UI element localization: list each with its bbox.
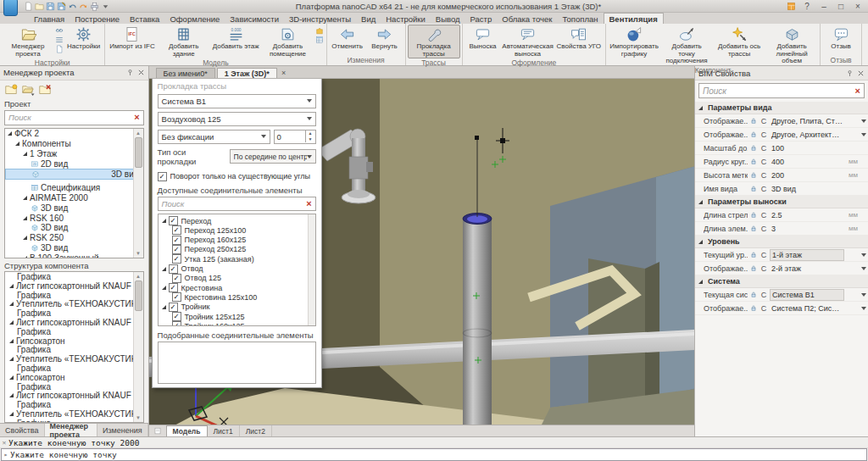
checkbox-checked-icon[interactable]: ✓ [172,225,181,235]
tree-item[interactable]: AIRMATE 2000 [5,193,143,203]
connector-item[interactable]: ✓Утка 125 (заказная) [160,254,315,264]
bim-property-value[interactable]: 200 [770,170,844,181]
bim-property-row[interactable]: Отображае...СДругое, Плита, Стена [695,114,868,128]
bim-property-row[interactable]: Радиус круг...С400мм [695,155,868,169]
bim-c-button[interactable]: С [760,211,768,219]
expander-icon[interactable] [698,240,703,244]
save-as-icon[interactable] [57,2,66,11]
document-tab-2[interactable]: 1 Этаж (3D)* [217,68,277,78]
connector-item[interactable]: ✓Тройник 160x125 [160,321,315,326]
expander-icon[interactable] [15,142,19,146]
tree-item[interactable]: Спецификация [5,183,143,193]
scroll-up-icon[interactable]: ▲ [136,129,141,137]
connector-item[interactable]: ✓Тройник 125x125 [160,312,315,321]
fixation-value-stepper[interactable]: 0 ▲▼ [274,130,316,144]
checkbox-checked-icon[interactable]: ✓ [172,312,181,321]
bim-property-value[interactable]: 1-й этаж [770,249,844,261]
viewport-3d[interactable]: Прокладка трассы Система В1 Воздуховод 1… [149,79,694,425]
connector-item[interactable]: ✓Отвод [160,264,315,273]
spinner-arrows-icon[interactable]: ▲▼ [305,131,315,142]
bim-property-value[interactable]: Другое, Плита, Стена [770,116,844,126]
auto-callout-button[interactable]: Автоматическая выноска [502,25,554,58]
bim-property-row[interactable]: Имя видаС3D вид [695,182,868,196]
bim-property-row[interactable]: Текущая сис...ССистема В1 [695,288,868,302]
structure-item[interactable]: Графика [5,327,143,336]
bim-section-header[interactable]: Параметры вида [695,102,868,114]
menu-tab-3[interactable]: Вставка [125,14,164,24]
system-select[interactable]: Система В1 [158,94,316,108]
expander-icon[interactable] [162,286,166,290]
structure-item[interactable]: Утеплитель «ТЕХНОАКУСТИК» [5,409,143,419]
connector-item[interactable]: ✓Тройник [160,303,315,312]
close-button[interactable]: × [852,2,864,11]
menu-tab-5[interactable]: Зависимости [225,14,284,24]
save-icon[interactable] [46,2,55,11]
connector-item[interactable]: ✓Переход 250x125 [160,245,315,254]
scroll-down-icon[interactable]: ▼ [136,249,141,258]
add-room-button[interactable]: Добавить помещение [262,25,314,58]
undo-button[interactable]: Отменить [329,25,366,52]
clear-search-icon[interactable]: × [855,86,860,96]
bim-c-button[interactable]: С [760,225,768,233]
tree-item[interactable]: 2D2D вид [5,158,143,169]
link-icon[interactable] [55,26,64,35]
scrollbar[interactable]: ▲▼ [133,129,143,258]
dialog-search-input[interactable]: Поиск × [158,197,316,211]
expander-icon[interactable] [23,236,27,240]
expander-icon[interactable] [23,196,27,200]
duct-select[interactable]: Воздуховод 125 [158,112,316,126]
structure-item[interactable]: Графика [5,364,143,373]
menu-tab-12[interactable]: Топоплан [558,14,604,24]
undo-small-icon[interactable] [68,2,77,11]
bim-c-button[interactable]: С [760,185,768,193]
qat-menu-icon[interactable] [101,2,110,11]
checkbox-checked-icon[interactable]: ✓ [172,274,181,283]
bim-property-value[interactable]: Система П2; Система В1; Система П1 [770,303,844,314]
bim-c-button[interactable]: С [760,304,768,313]
bim-property-row[interactable]: Длина стрел...С2.5мм [695,208,868,222]
expander-icon[interactable] [23,152,27,156]
bim-c-button[interactable]: С [760,264,768,273]
ugo-properties-button[interactable]: Свойства УГО [554,25,604,52]
tree-item[interactable]: ФСК 2 [5,129,143,139]
structure-item[interactable]: Гипсокартон [5,336,143,346]
bim-property-row[interactable]: Отображае...ССистема П2; Система В1; Сис… [695,302,868,315]
axis-type-select[interactable]: По середине по центру [230,149,316,164]
expander-icon[interactable] [9,339,14,343]
add-route-axis-button[interactable]: Добавить ось трассы [713,25,765,58]
expander-icon[interactable] [23,216,27,220]
bim-c-button[interactable]: С [760,171,768,180]
add-floor-button[interactable]: 0.000Добавить этаж [210,25,262,52]
pin-icon[interactable] [846,69,854,77]
import-graphics-button[interactable]: Импортировать графику [608,25,660,58]
expander-icon[interactable] [9,284,14,288]
close-icon[interactable] [137,69,145,76]
checkbox-checked-icon[interactable]: ✓ [169,264,178,274]
add-linear-volume-button[interactable]: Добавить линейный объем [765,25,818,66]
structure-item[interactable]: Лист гипсокартонный KNAUF [5,318,143,327]
callout-button[interactable]: Выноска [465,25,502,52]
bim-c-button[interactable]: С [760,251,768,259]
expander-icon[interactable] [9,302,14,306]
menu-tab-1[interactable]: Главная [29,14,70,24]
structure-item[interactable]: Лист гипсокартонный KNAUF [5,281,143,291]
minimize-button[interactable]: – [818,2,830,11]
clear-search-icon[interactable]: × [306,199,311,208]
bim-property-row[interactable]: Отображае...СДругое, Архитектурный [695,128,868,142]
bim-property-value[interactable]: 2.5 [770,210,844,220]
structure-item[interactable]: Гипсокартон [5,373,143,382]
settings-button[interactable]: Настройки [64,25,103,52]
tree-item[interactable]: 1 Этаж [5,148,143,158]
bim-c-button[interactable]: С [760,144,768,153]
bim-c-button[interactable]: С [760,131,768,139]
project-manager-button[interactable]: Менеджер проекта [2,25,54,58]
list-icon[interactable] [55,36,64,44]
close-document-icon[interactable]: × [281,69,286,78]
tree-item[interactable]: 3D вид [5,169,143,180]
layout-icon[interactable] [787,2,796,11]
checkbox-checked-icon[interactable]: ✓ [169,303,178,312]
route-laying-button[interactable]: Прокладка трассы [408,25,460,58]
bim-property-value[interactable]: Другое, Архитектурный [770,130,844,140]
scroll-thumb[interactable] [135,280,142,311]
expander-icon[interactable] [9,375,14,380]
